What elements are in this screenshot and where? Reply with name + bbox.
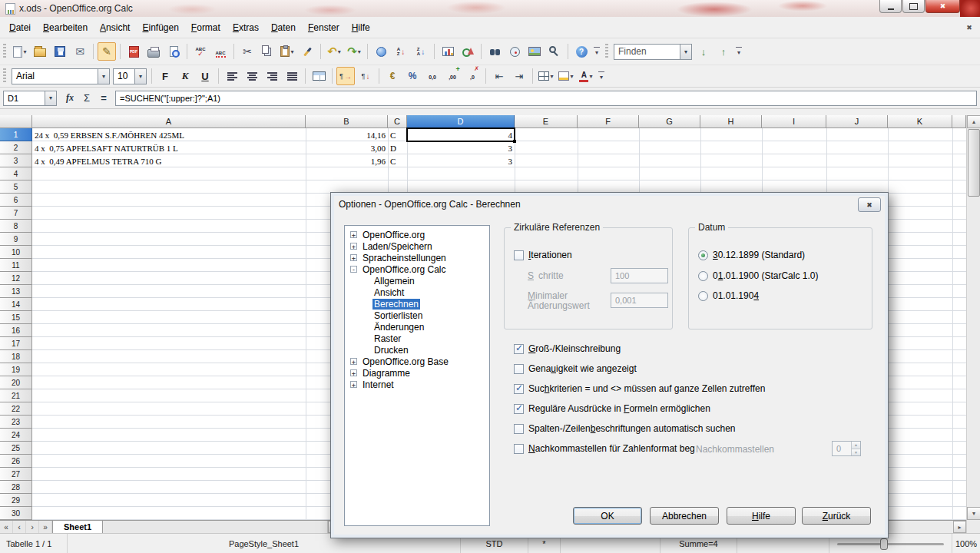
tree-item-raster[interactable]: Raster <box>345 333 489 344</box>
tree-item-internet[interactable]: +Internet <box>345 379 489 390</box>
tree-item-sortierlisten[interactable]: Sortierlisten <box>345 310 489 321</box>
iterations-checkbox[interactable] <box>514 250 524 260</box>
minimize-button[interactable] <box>879 0 902 13</box>
text-direction-ltr-button[interactable] <box>336 67 355 85</box>
tree-item-ansicht[interactable]: Ansicht <box>345 286 489 298</box>
sort-ascending-button[interactable] <box>392 42 410 61</box>
expand-icon[interactable]: + <box>350 243 357 250</box>
cell-C3[interactable]: C <box>388 154 407 167</box>
option-row-0[interactable]: Groß-/Kleinschreibung <box>514 343 621 355</box>
zoom-track[interactable] <box>837 543 944 545</box>
formula-input[interactable]: =SUCHEN("[:upper:]?";A1) <box>115 91 977 106</box>
function-wizard-button[interactable] <box>61 91 78 106</box>
row-header-27[interactable]: 27 <box>0 468 32 481</box>
format-paintbrush-button[interactable] <box>298 42 316 61</box>
merge-cells-button[interactable] <box>310 67 328 85</box>
option-checkbox-5[interactable] <box>514 444 524 454</box>
column-header-B[interactable]: B <box>306 115 388 128</box>
row-header-16[interactable]: 16 <box>0 324 32 337</box>
row-header-22[interactable]: 22 <box>0 402 32 416</box>
column-header-K[interactable]: K <box>888 115 952 128</box>
row-header-7[interactable]: 7 <box>0 207 32 220</box>
export-pdf-button[interactable] <box>124 42 143 61</box>
save-button[interactable] <box>51 42 69 61</box>
first-sheet-button[interactable] <box>0 521 13 533</box>
column-header-D[interactable]: D <box>407 115 515 128</box>
radio-1904[interactable] <box>698 291 708 301</box>
cell-D2[interactable]: 3 <box>407 141 515 154</box>
currency-format-button[interactable] <box>383 67 402 85</box>
row-header-30[interactable]: 30 <box>0 507 32 520</box>
cell-C1[interactable]: C <box>388 128 407 141</box>
tree-item--nderungen[interactable]: Änderungen <box>345 321 489 333</box>
close-document-icon[interactable] <box>963 22 975 33</box>
standard-format-button[interactable] <box>423 67 442 85</box>
copy-button[interactable] <box>258 42 276 61</box>
find-dropdown-button[interactable] <box>680 44 692 60</box>
radio-1900[interactable] <box>698 271 708 281</box>
sort-descending-button[interactable] <box>412 42 430 61</box>
close-button[interactable] <box>925 0 960 13</box>
spellcheck-button[interactable] <box>191 42 210 61</box>
row-header-25[interactable]: 25 <box>0 442 32 455</box>
row-header-14[interactable]: 14 <box>0 298 32 311</box>
find-toolbar-grip[interactable] <box>605 44 608 59</box>
date-option-1900[interactable]: 01.01.1900 (StarCalc 1.0) <box>698 270 818 281</box>
zoom-button[interactable] <box>545 42 564 61</box>
open-button[interactable] <box>31 42 49 61</box>
menu-datei[interactable]: Datei <box>3 19 37 36</box>
find-replace-button[interactable] <box>485 42 504 61</box>
page-preview-button[interactable] <box>164 42 183 61</box>
email-button[interactable] <box>71 42 89 61</box>
date-option-1904[interactable]: 01.01.1904 <box>698 290 759 301</box>
undo-button[interactable] <box>325 42 343 61</box>
draw-functions-button[interactable] <box>459 42 477 61</box>
zoom-thumb[interactable] <box>880 538 888 550</box>
row-header-29[interactable]: 29 <box>0 494 32 507</box>
gallery-button[interactable] <box>525 42 544 61</box>
delete-decimal-button[interactable] <box>463 67 482 85</box>
toolbar-grip[interactable] <box>3 68 6 84</box>
menu-einfuegen[interactable]: Einfügen <box>136 19 184 36</box>
menu-bearbeiten[interactable]: Bearbeiten <box>37 19 94 36</box>
font-name-dropdown[interactable] <box>98 68 110 84</box>
help-button[interactable] <box>572 42 591 61</box>
expand-icon[interactable]: + <box>350 231 357 238</box>
font-size-dropdown[interactable] <box>134 68 147 84</box>
background-color-button[interactable] <box>557 67 575 85</box>
option-row-1[interactable]: Genauigkeit wie angezeigt <box>514 363 637 375</box>
column-header-F[interactable]: F <box>578 115 639 128</box>
cancel-button[interactable]: Abbrechen <box>650 507 719 525</box>
underline-button[interactable]: U <box>196 67 214 85</box>
vertical-scroll-thumb[interactable] <box>968 129 980 197</box>
menu-hilfe[interactable]: Hilfe <box>346 19 376 36</box>
column-header-A[interactable]: A <box>32 115 306 128</box>
sheet-tab-sheet1[interactable]: Sheet1 <box>52 521 103 533</box>
text-direction-ttb-button[interactable] <box>356 67 375 85</box>
row-header-17[interactable]: 17 <box>0 337 32 350</box>
tree-item-allgemein[interactable]: Allgemein <box>345 275 489 286</box>
align-justify-button[interactable] <box>283 67 301 85</box>
align-right-button[interactable] <box>263 67 281 85</box>
tree-item-spracheinstellungen[interactable]: +Spracheinstellungen <box>345 252 489 263</box>
navigator-button[interactable] <box>505 42 524 61</box>
insert-chart-button[interactable] <box>439 42 457 61</box>
font-name-value[interactable]: Arial <box>12 68 98 84</box>
cell-C2[interactable]: D <box>388 141 407 154</box>
row-header-12[interactable]: 12 <box>0 272 32 285</box>
print-button[interactable] <box>144 42 163 61</box>
row-header-2[interactable]: 2 <box>0 141 32 154</box>
row-header-4[interactable]: 4 <box>0 167 32 180</box>
row-header-15[interactable]: 15 <box>0 311 32 324</box>
column-header-H[interactable]: H <box>700 115 762 128</box>
column-header-E[interactable]: E <box>515 115 578 128</box>
cell-D3[interactable]: 3 <box>407 154 515 167</box>
menu-daten[interactable]: Daten <box>265 19 302 36</box>
tree-item-berechnen[interactable]: Berechnen <box>345 298 489 310</box>
sum-button[interactable] <box>78 91 95 106</box>
collapse-icon[interactable]: - <box>350 266 357 273</box>
cell-reference-input[interactable]: D1 <box>3 91 45 106</box>
tree-item-openoffice-org[interactable]: +OpenOffice.org <box>345 229 489 240</box>
function-button[interactable] <box>95 91 112 106</box>
help-button-dialog[interactable]: Hilfe <box>727 507 796 525</box>
